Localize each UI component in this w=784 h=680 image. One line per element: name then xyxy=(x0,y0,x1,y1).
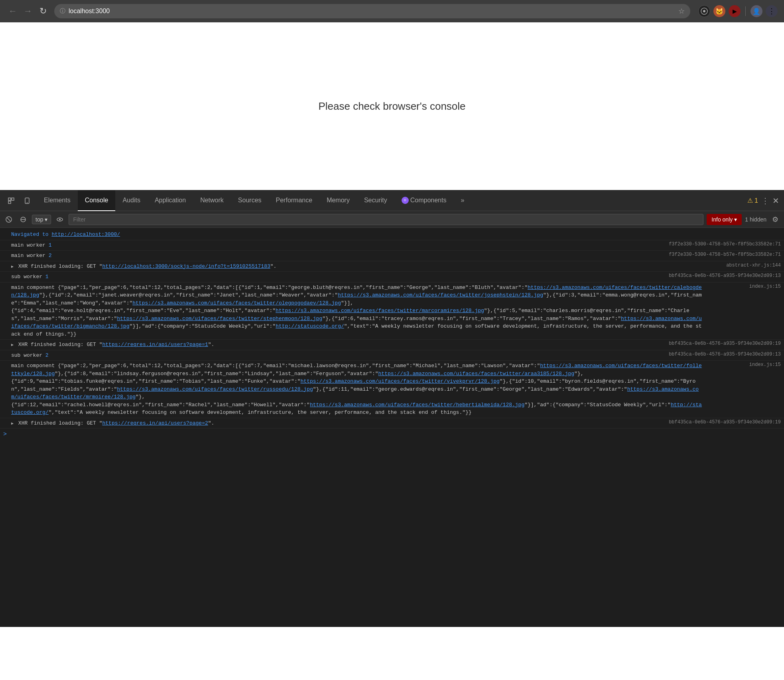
sub-worker-1-source[interactable]: bbf435ca-0e6b-4576-a935-9f34e30e2d09:13 xyxy=(662,273,781,279)
expand-icon-3[interactable]: ▶ xyxy=(11,421,14,426)
svg-rect-3 xyxy=(12,198,14,200)
data-2-source[interactable]: index.js:15 xyxy=(743,362,781,368)
console-row: ▶ XHR finished loading: GET "https://req… xyxy=(0,340,784,350)
tab-application[interactable]: Application xyxy=(148,190,193,211)
page-message: Please check browser's console xyxy=(318,100,465,113)
context-selector[interactable]: top ▾ xyxy=(32,215,51,224)
back-button[interactable]: ← xyxy=(6,5,19,18)
sub-worker-2-source[interactable]: bbf435ca-0e6b-4576-a935-9f34e30e2d09:13 xyxy=(662,352,781,357)
console-row: sub worker 1 bbf435ca-0e6b-4576-a935-9f3… xyxy=(0,272,784,283)
clear-console-button[interactable] xyxy=(3,214,14,225)
menu-icon[interactable]: ⋮ xyxy=(766,5,778,17)
page-content: Please check browser's console xyxy=(0,22,784,190)
navigate-content: Navigated to http://localhost:3000/ xyxy=(11,231,781,239)
warning-icon: ⚠ xyxy=(747,197,753,204)
tab-performance[interactable]: Performance xyxy=(269,190,320,211)
avatar-link-4[interactable]: https://s3.amazonaws.com/uifaces/faces/t… xyxy=(276,308,484,314)
hidden-count: 1 hidden xyxy=(745,216,766,223)
extension-2[interactable]: 🐱 xyxy=(713,5,725,17)
console-input-prompt[interactable]: > xyxy=(0,429,784,440)
address-text: localhost:3000 xyxy=(69,8,672,15)
device-icon[interactable] xyxy=(21,194,33,207)
eye-icon[interactable] xyxy=(54,214,65,225)
xhr-1-source[interactable]: abstract-xhr.js:144 xyxy=(720,263,781,268)
tab-console[interactable]: Console xyxy=(78,190,116,211)
svg-rect-4 xyxy=(8,201,11,204)
xhr-2-content: ▶ XHR finished loading: GET "https://req… xyxy=(11,341,662,349)
dropdown-icon: ▾ xyxy=(45,216,47,223)
tab-elements[interactable]: Elements xyxy=(37,190,78,211)
svg-point-6 xyxy=(27,202,28,203)
browser-chrome: ← → ↻ ⓘ localhost:3000 ☆ 🐱 ▶ 👤 ⋮ xyxy=(0,0,784,22)
data-2-content: main component {"page":2,"per_page":6,"t… xyxy=(11,362,704,417)
inspector-icon[interactable] xyxy=(5,194,18,207)
console-output: Navigated to http://localhost:3000/ main… xyxy=(0,228,784,627)
xhr-3-source[interactable]: bbf435ca-0e6b-4576-a935-9f34e30e2d09:19 xyxy=(662,419,781,425)
extension-3[interactable]: ▶ xyxy=(729,5,741,17)
sub-worker-1-content: sub worker 1 xyxy=(11,273,662,281)
data-1-source[interactable]: index.js:15 xyxy=(743,284,781,289)
navigate-link[interactable]: http://localhost:3000/ xyxy=(51,231,120,237)
expand-icon-2[interactable]: ▶ xyxy=(11,343,14,347)
avatar-link-2[interactable]: https://s3.amazonaws.com/uifaces/faces/t… xyxy=(338,292,543,298)
tab-memory[interactable]: Memory xyxy=(319,190,357,211)
forward-button[interactable]: → xyxy=(22,5,34,18)
tab-more[interactable]: » xyxy=(453,190,471,211)
info-only-button[interactable]: Info only ▾ xyxy=(707,214,742,225)
avatar-link-9[interactable]: https://s3.amazonaws.com/uifaces/faces/t… xyxy=(301,378,500,384)
avatar-link-3[interactable]: https://s3.amazonaws.com/uifaces/faces/t… xyxy=(132,300,341,306)
browser-extensions: 🐱 ▶ 👤 ⋮ xyxy=(695,5,778,17)
console-row: sub worker 2 bbf435ca-0e6b-4576-a935-9f3… xyxy=(0,350,784,361)
console-row: main worker 1 f3f2e330-5300-4758-b57e-f8… xyxy=(0,240,784,251)
close-devtools-button[interactable]: ✕ xyxy=(772,196,779,206)
navigate-text: Navigated to xyxy=(11,231,51,237)
devtools-icons-left xyxy=(2,194,37,207)
xhr-2-link[interactable]: https://reqres.in/api/users?page=1 xyxy=(102,342,208,348)
console-toolbar: top ▾ Info only ▾ 1 hidden ⚙ xyxy=(0,211,784,228)
svg-point-1 xyxy=(703,10,705,12)
devtools-tabs: Elements Console Audits Application Netw… xyxy=(0,190,784,211)
console-settings-button[interactable]: ⚙ xyxy=(770,214,781,225)
devtools-panel: Elements Console Audits Application Netw… xyxy=(0,190,784,627)
avatar-link-12[interactable]: https://s3.amazonaws.com/uifaces/faces/t… xyxy=(310,402,524,408)
console-row: ▶ XHR finished loading: GET "http://loca… xyxy=(0,261,784,272)
react-icon: ⚛ xyxy=(402,197,409,204)
xhr-3-link[interactable]: https://reqres.in/api/users?page=2 xyxy=(102,420,208,426)
tabs-right: ⚠ 1 ⋮ ✕ xyxy=(747,196,782,206)
tab-components[interactable]: ⚛ Components xyxy=(394,190,454,211)
context-label: top xyxy=(35,216,43,223)
worker-2-source[interactable]: f3f2e330-5300-4758-b57e-f8f5bc33582e:71 xyxy=(662,252,781,257)
avatar-link-10[interactable]: https://s3.amazonaws.com/uifaces/faces/t… xyxy=(117,386,313,392)
tab-sources[interactable]: Sources xyxy=(231,190,269,211)
xhr-1-content: ▶ XHR finished loading: GET "http://loca… xyxy=(11,263,720,271)
avatar-link-8[interactable]: https://s3.amazonaws.com/uifaces/faces/t… xyxy=(378,371,574,377)
tab-network[interactable]: Network xyxy=(193,190,231,211)
expand-icon[interactable]: ▶ xyxy=(11,265,14,269)
xhr-2-source[interactable]: bbf435ca-0e6b-4576-a935-9f34e30e2d09:19 xyxy=(662,341,781,346)
info-icon: ⓘ xyxy=(60,8,65,15)
nav-buttons: ← → ↻ xyxy=(6,5,49,18)
filter-input[interactable] xyxy=(69,214,703,225)
separator xyxy=(745,6,746,16)
prompt-symbol: > xyxy=(3,431,7,438)
profile-icon[interactable]: 👤 xyxy=(751,5,762,17)
data-1-content: main component {"page":1,"per_page":6,"t… xyxy=(11,284,704,338)
extension-1[interactable] xyxy=(698,5,710,17)
tab-security[interactable]: Security xyxy=(357,190,394,211)
console-row: main component {"page":1,"per_page":6,"t… xyxy=(0,283,784,340)
bookmark-icon[interactable]: ☆ xyxy=(678,7,685,16)
svg-line-8 xyxy=(7,218,10,221)
worker-1-source[interactable]: f3f2e330-5300-4758-b57e-f8f5bc33582e:71 xyxy=(662,241,781,247)
warning-badge[interactable]: ⚠ 1 xyxy=(747,197,758,204)
address-bar[interactable]: ⓘ localhost:3000 ☆ xyxy=(54,4,690,18)
xhr-3-content: ▶ XHR finished loading: GET "https://req… xyxy=(11,419,662,427)
statuscode-link-1[interactable]: http://statuscode.org/ xyxy=(276,323,344,329)
warning-count: 1 xyxy=(754,197,758,204)
filter-toggle-button[interactable] xyxy=(18,214,29,225)
avatar-link-5[interactable]: https://s3.amazonaws.com/uifaces/faces/t… xyxy=(117,316,322,322)
tab-audits[interactable]: Audits xyxy=(115,190,147,211)
worker-1-content: main worker 1 xyxy=(11,241,662,249)
refresh-button[interactable]: ↻ xyxy=(37,5,49,18)
more-options-button[interactable]: ⋮ xyxy=(761,196,769,206)
xhr-1-link[interactable]: http://localhost:3000/sockjs-node/info?t… xyxy=(102,263,270,269)
